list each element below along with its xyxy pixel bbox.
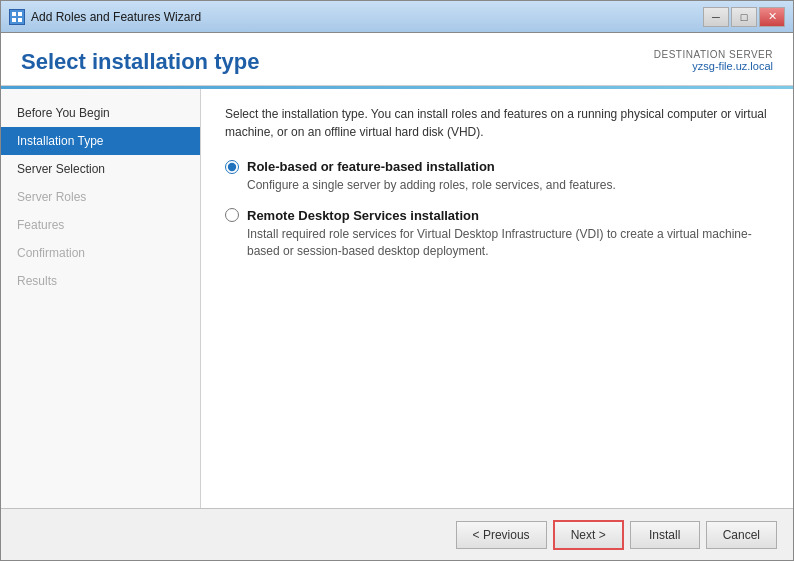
sidebar-item-features: Features (1, 211, 200, 239)
previous-button[interactable]: < Previous (456, 521, 547, 549)
intro-text: Select the installation type. You can in… (225, 105, 769, 141)
sidebar-label: Confirmation (17, 246, 85, 260)
cancel-button[interactable]: Cancel (706, 521, 777, 549)
option-remote-desktop-label[interactable]: Remote Desktop Services installation (247, 208, 479, 223)
restore-button[interactable]: □ (731, 7, 757, 27)
titlebar: Add Roles and Features Wizard ─ □ ✕ (1, 1, 793, 33)
sidebar-item-confirmation: Confirmation (1, 239, 200, 267)
minimize-button[interactable]: ─ (703, 7, 729, 27)
radio-role-based[interactable] (225, 160, 239, 174)
next-button[interactable]: Next > (553, 520, 624, 550)
option-group: Role-based or feature-based installation… (225, 159, 769, 259)
option-role-based-description: Configure a single server by adding role… (247, 177, 769, 194)
option-role-based: Role-based or feature-based installation… (225, 159, 769, 194)
sidebar-label: Server Roles (17, 190, 86, 204)
sidebar-item-installation-type[interactable]: Installation Type (1, 127, 200, 155)
sidebar-label: Installation Type (17, 134, 104, 148)
main-window: Add Roles and Features Wizard ─ □ ✕ Sele… (0, 0, 794, 561)
content-area: Select installation type DESTINATION SER… (1, 33, 793, 560)
svg-rect-2 (12, 18, 16, 22)
option-remote-desktop-header: Remote Desktop Services installation (225, 208, 769, 223)
titlebar-buttons: ─ □ ✕ (703, 7, 785, 27)
sidebar: Before You Begin Installation Type Serve… (1, 89, 201, 508)
app-icon (9, 9, 25, 25)
page-title: Select installation type (21, 49, 259, 75)
close-button[interactable]: ✕ (759, 7, 785, 27)
sidebar-label: Features (17, 218, 64, 232)
svg-rect-0 (12, 12, 16, 16)
install-button[interactable]: Install (630, 521, 700, 549)
sidebar-label: Server Selection (17, 162, 105, 176)
title-part2: installation type (92, 49, 259, 74)
option-role-based-label[interactable]: Role-based or feature-based installation (247, 159, 495, 174)
svg-rect-1 (18, 12, 22, 16)
main-panel: Select the installation type. You can in… (201, 89, 793, 508)
option-role-based-header: Role-based or feature-based installation (225, 159, 769, 174)
body-area: Before You Begin Installation Type Serve… (1, 89, 793, 508)
option-remote-desktop-description: Install required role services for Virtu… (247, 226, 769, 260)
sidebar-item-server-roles: Server Roles (1, 183, 200, 211)
destination-label: DESTINATION SERVER (654, 49, 773, 60)
destination-server-info: DESTINATION SERVER yzsg-file.uz.local (654, 49, 773, 72)
footer: < Previous Next > Install Cancel (1, 508, 793, 560)
sidebar-label: Results (17, 274, 57, 288)
page-header: Select installation type DESTINATION SER… (1, 33, 793, 86)
title-part1: Select (21, 49, 92, 74)
sidebar-item-server-selection[interactable]: Server Selection (1, 155, 200, 183)
sidebar-item-before-you-begin[interactable]: Before You Begin (1, 99, 200, 127)
destination-name: yzsg-file.uz.local (654, 60, 773, 72)
sidebar-item-results: Results (1, 267, 200, 295)
titlebar-left: Add Roles and Features Wizard (9, 9, 201, 25)
svg-rect-3 (18, 18, 22, 22)
sidebar-label: Before You Begin (17, 106, 110, 120)
radio-remote-desktop[interactable] (225, 208, 239, 222)
window-title: Add Roles and Features Wizard (31, 10, 201, 24)
option-remote-desktop: Remote Desktop Services installation Ins… (225, 208, 769, 260)
